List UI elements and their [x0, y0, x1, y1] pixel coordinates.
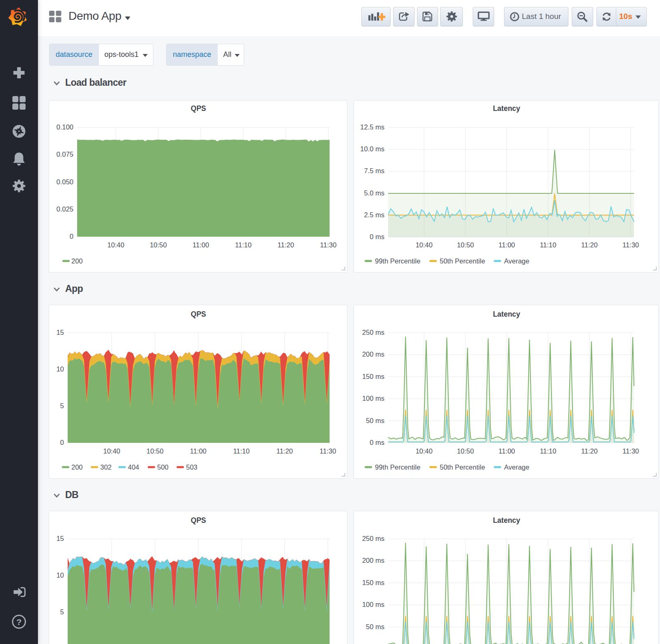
svg-text:7.5 ms: 7.5 ms [364, 167, 384, 174]
svg-text:50th Percentile: 50th Percentile [440, 257, 485, 265]
svg-text:?: ? [16, 617, 22, 627]
svg-text:0 ms: 0 ms [370, 233, 384, 240]
svg-text:10:50: 10:50 [457, 447, 474, 455]
svg-text:0 ms: 0 ms [370, 439, 384, 446]
svg-text:QPS: QPS [191, 104, 206, 113]
svg-text:5: 5 [60, 608, 64, 616]
svg-text:Latency: Latency [493, 516, 520, 524]
svg-text:0: 0 [70, 233, 73, 240]
svg-text:5.0 ms: 5.0 ms [364, 189, 384, 197]
svg-text:0.050: 0.050 [57, 178, 73, 186]
svg-text:11:30: 11:30 [622, 447, 639, 455]
svg-text:50th Percentile: 50th Percentile [440, 463, 485, 471]
svg-text:15: 15 [57, 535, 64, 542]
svg-text:11:10: 11:10 [233, 447, 250, 455]
svg-text:10:40: 10:40 [415, 447, 432, 455]
svg-text:302: 302 [100, 463, 112, 471]
svg-text:10.0 ms: 10.0 ms [360, 145, 384, 153]
svg-text:5: 5 [60, 402, 64, 409]
svg-text:Average: Average [504, 463, 529, 471]
svg-text:10:40: 10:40 [107, 241, 124, 249]
svg-text:10: 10 [57, 365, 64, 373]
svg-text:2.5 ms: 2.5 ms [364, 211, 384, 219]
svg-text:250 ms: 250 ms [362, 535, 384, 542]
svg-text:11:10: 11:10 [540, 241, 556, 249]
svg-text:11:30: 11:30 [320, 447, 336, 455]
svg-text:15: 15 [57, 329, 64, 336]
svg-text:10:50: 10:50 [146, 447, 163, 455]
svg-text:500: 500 [157, 463, 169, 471]
svg-text:0.075: 0.075 [57, 150, 73, 158]
svg-text:10:50: 10:50 [150, 241, 167, 249]
svg-text:150 ms: 150 ms [362, 373, 384, 380]
svg-text:Average: Average [504, 257, 529, 265]
svg-text:200 ms: 200 ms [362, 557, 384, 564]
svg-text:50 ms: 50 ms [366, 623, 384, 630]
svg-text:50 ms: 50 ms [366, 417, 384, 424]
svg-text:100 ms: 100 ms [362, 601, 384, 608]
svg-text:11:00: 11:00 [498, 241, 515, 249]
svg-text:10:40: 10:40 [415, 241, 432, 249]
svg-text:12.5 ms: 12.5 ms [360, 123, 384, 131]
svg-text:200 ms: 200 ms [362, 350, 384, 358]
svg-text:150 ms: 150 ms [362, 579, 384, 586]
svg-text:11:20: 11:20 [581, 447, 598, 455]
svg-text:100 ms: 100 ms [362, 395, 384, 402]
svg-text:11:10: 11:10 [235, 241, 252, 249]
svg-text:11:30: 11:30 [622, 241, 639, 249]
svg-text:99th Percentile: 99th Percentile [375, 257, 420, 265]
svg-text:10:50: 10:50 [457, 241, 474, 249]
svg-text:200: 200 [71, 257, 83, 265]
svg-text:250 ms: 250 ms [362, 329, 384, 336]
svg-text:11:30: 11:30 [320, 241, 337, 249]
svg-text:0: 0 [60, 439, 64, 446]
svg-text:11:20: 11:20 [278, 241, 294, 249]
svg-text:200: 200 [71, 463, 83, 471]
svg-text:0.100: 0.100 [57, 123, 73, 131]
svg-text:99th Percentile: 99th Percentile [375, 463, 420, 471]
svg-text:11:00: 11:00 [498, 447, 515, 455]
svg-text:Latency: Latency [493, 310, 520, 318]
svg-text:Latency: Latency [493, 104, 520, 113]
svg-text:QPS: QPS [191, 310, 206, 318]
svg-text:11:20: 11:20 [276, 447, 293, 455]
svg-text:11:00: 11:00 [190, 447, 206, 455]
svg-text:QPS: QPS [191, 516, 206, 524]
svg-text:10:40: 10:40 [103, 447, 120, 455]
svg-text:0.025: 0.025 [57, 205, 73, 213]
svg-text:503: 503 [186, 463, 198, 471]
svg-text:404: 404 [128, 463, 139, 471]
svg-text:11:10: 11:10 [540, 447, 556, 455]
svg-text:11:00: 11:00 [193, 241, 209, 249]
svg-text:10: 10 [57, 571, 64, 579]
svg-text:11:20: 11:20 [581, 241, 598, 249]
